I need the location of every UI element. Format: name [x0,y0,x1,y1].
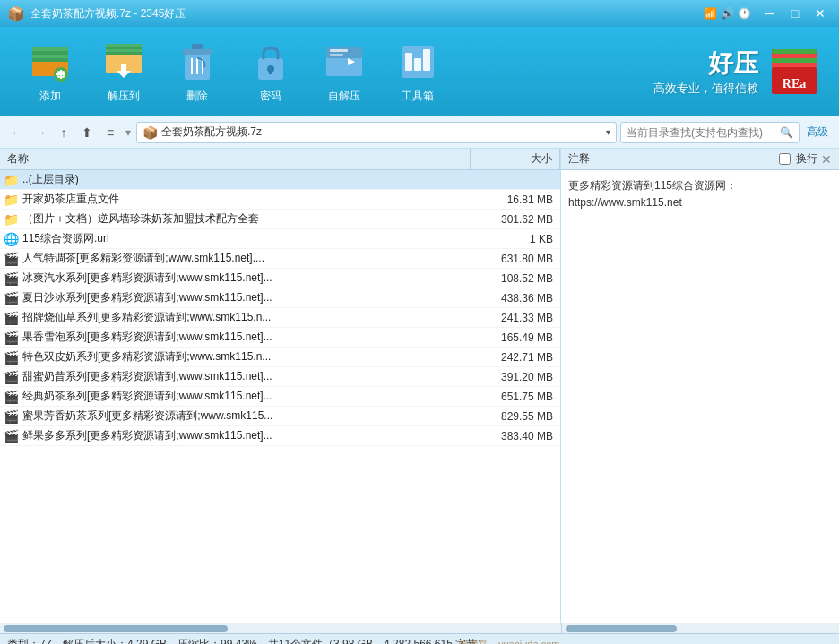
svg-rect-5 [32,58,68,62]
exchange-checkbox[interactable] [779,153,791,165]
file-cell-name: 🎬 经典奶茶系列[更多精彩资源请到;www.smk115.net]... [0,389,471,404]
tools-icon [396,40,439,83]
file-cell-name: 🎬 冰爽汽水系列[更多精彩资源请到;www.smk115.net]... [0,270,471,286]
path-dropdown-icon[interactable]: ▾ [606,127,610,137]
comment-scrollbar[interactable] [561,623,839,633]
file-name: 果香雪泡系列[更多精彩资源请到;www.smk115.net]... [22,330,272,345]
clock-icon: 🕐 [738,7,751,20]
file-row[interactable]: 🎬 果香雪泡系列[更多精彩资源请到;www.smk115.net]... 165… [0,328,560,348]
status-text: 类型：7Z，解压后大小：4.29 GB，压缩比：99.43%，共11个文件（3.… [7,637,488,644]
file-size: 383.40 MB [471,430,560,442]
back-button[interactable]: ← [7,123,27,142]
file-row[interactable]: 🎬 蜜果芳香奶茶系列[更多精彩资源请到;www.smk115... 829.55… [0,407,560,426]
view-button[interactable]: ≡ [100,123,120,142]
svg-rect-42 [772,49,817,54]
file-row[interactable]: 🎬 人气特调茶[更多精彩资源请到;www.smk115.net].... 631… [0,249,560,269]
forward-button[interactable]: → [30,123,50,142]
selfextract-icon [323,40,366,83]
file-row[interactable]: 🎬 经典奶茶系列[更多精彩资源请到;www.smk115.net]... 651… [0,387,560,407]
comment-panel-title: 注释 [568,151,775,167]
file-row[interactable]: 🎬 冰爽汽水系列[更多精彩资源请到;www.smk115.net]... 108… [0,269,560,288]
file-size: 301.62 MB [471,213,560,226]
svg-rect-25 [192,44,203,49]
file-size: 631.80 MB [471,253,560,265]
search-box: 🔍 [620,122,800,143]
svg-rect-38 [405,53,412,71]
toolbar-extract-button[interactable]: 解压到 [91,33,156,111]
comment-close-button[interactable]: ✕ [821,152,832,167]
file-name: 夏日沙冰系列[更多精彩资源请到;www.smk115.net]... [22,290,272,305]
selfextract-label: 自解压 [328,89,360,104]
toolbar-tools-button[interactable]: 工具箱 [385,33,450,111]
file-size: 1 KB [471,233,560,245]
file-name: 蜜果芳香奶茶系列[更多精彩资源请到;www.smk115... [22,408,272,424]
video-icon: 🎬 [4,331,19,345]
url-icon: 🌐 [4,232,19,246]
file-name: 人气特调茶[更多精彩资源请到;www.smk115.net].... [22,251,264,266]
toolbar-password-button[interactable]: 密码 [238,33,303,111]
video-icon: 🎬 [4,409,19,424]
file-list-header: 名称 大小 [0,149,560,170]
svg-rect-24 [183,49,212,55]
file-panel: 名称 大小 📁 ..(上层目录) 📁 开家奶茶店重点文件 16.81 MB [0,149,561,623]
search-input[interactable] [627,126,780,139]
toolbar-add-button[interactable]: 添加 [18,33,82,111]
file-cell-name: 📁 ..(上层目录) [0,172,471,187]
file-cell-name: 🎬 夏日沙冰系列[更多精彩资源请到;www.smk115.net]... [0,290,471,305]
search-button[interactable]: 🔍 [780,126,793,139]
toolbar-delete-button[interactable]: 删除 [165,33,229,111]
file-row[interactable]: 🎬 招牌烧仙草系列[更多精彩资源请到;www.smk115.n... 241.3… [0,308,560,328]
file-row[interactable]: 📁 （图片＋文档）逆风墙珍珠奶茶加盟技术配方全套 301.62 MB [0,210,560,229]
brand-name: 好压 [653,47,758,81]
file-list-scrollbar[interactable] [0,623,561,633]
exchange-label: 换行 [796,151,817,167]
video-icon: 🎬 [4,271,19,286]
svg-rect-39 [414,58,421,71]
toolbar-selfextract-button[interactable]: 自解压 [312,33,376,111]
share-button[interactable]: ⬆ [77,123,97,142]
minimize-button[interactable]: ─ [758,4,782,22]
comment-text: 更多精彩资源请到115综合资源网：https://www.smk115.net [568,179,737,209]
up-button[interactable]: ↑ [54,123,74,142]
close-button[interactable]: ✕ [809,4,832,22]
video-icon: 🎬 [4,350,19,365]
video-icon: 🎬 [4,370,19,384]
file-name: 115综合资源网.url [22,231,109,246]
file-cell-name: 🎬 人气特调茶[更多精彩资源请到;www.smk115.net].... [0,251,471,266]
file-name: 特色双皮奶系列[更多精彩资源请到;www.smk115.n... [22,349,271,365]
file-cell-name: 📁 （图片＋文档）逆风墙珍珠奶茶加盟技术配方全套 [0,211,471,227]
status-bar: 类型：7Z，解压后大小：4.29 GB，压缩比：99.43%，共11个文件（3.… [0,633,839,644]
extract-label: 解压到 [108,89,140,104]
brand-logo-icon: REa [767,45,821,99]
file-size: 651.75 MB [471,391,560,403]
file-cell-name: 📁 开家奶茶店重点文件 [0,192,471,207]
horizontal-scrollbars [0,623,839,633]
file-cell-name: 🎬 甜蜜奶昔系列[更多精彩资源请到;www.smk115.net]... [0,369,471,384]
brand-slogan: 高效专业，值得信赖 [653,81,758,97]
brand-section: 好压 高效专业，值得信赖 REa [653,45,821,99]
file-row[interactable]: 🎬 夏日沙冰系列[更多精彩资源请到;www.smk115.net]... 438… [0,288,560,308]
file-row[interactable]: 🎬 鲜果多多系列[更多精彩资源请到;www.smk115.net]... 383… [0,426,560,446]
svg-text:REa: REa [783,77,806,90]
maximize-button[interactable]: □ [783,4,807,22]
file-cell-name: 🎬 蜜果芳香奶茶系列[更多精彩资源请到;www.smk115... [0,408,471,424]
svg-rect-40 [423,49,430,71]
file-row[interactable]: 📁 ..(上层目录) [0,170,560,190]
file-row[interactable]: 🎬 特色双皮奶系列[更多精彩资源请到;www.smk115.n... 242.7… [0,348,560,367]
file-size: 165.49 MB [471,331,560,344]
file-name: 甜蜜奶昔系列[更多精彩资源请到;www.smk115.net]... [22,369,272,384]
advanced-search-button[interactable]: 高级 [803,123,832,142]
app-icon: 📦 [7,5,25,22]
tools-label: 工具箱 [402,89,434,104]
file-row[interactable]: 🎬 甜蜜奶昔系列[更多精彩资源请到;www.smk115.net]... 391… [0,367,560,387]
file-row[interactable]: 🌐 115综合资源网.url 1 KB [0,229,560,249]
video-icon: 🎬 [4,429,19,443]
file-size: 242.71 MB [471,351,560,364]
file-cell-name: 🎬 果香雪泡系列[更多精彩资源请到;www.smk115.net]... [0,330,471,345]
delete-label: 删除 [186,89,208,104]
file-row[interactable]: 📁 开家奶茶店重点文件 16.81 MB [0,190,560,210]
password-icon [249,40,292,83]
add-label: 添加 [39,89,61,104]
toolbar: 添加 解压到 [0,27,839,116]
column-size-header: 大小 [471,149,560,169]
